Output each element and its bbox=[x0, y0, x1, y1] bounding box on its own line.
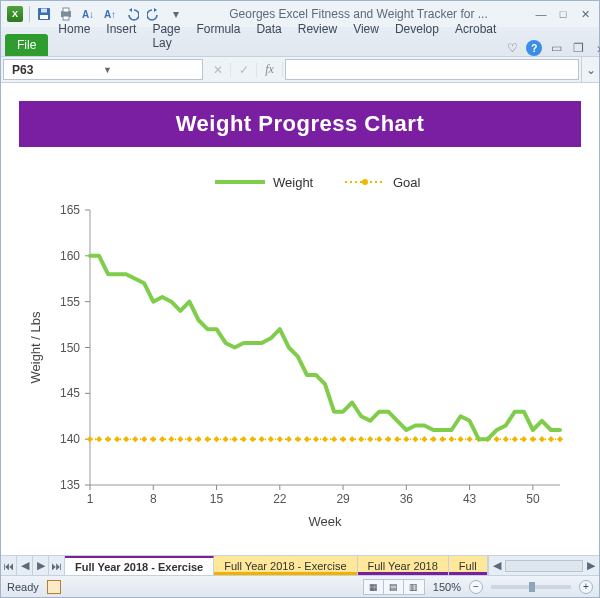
x-tick-label: 50 bbox=[526, 492, 540, 506]
tab-formula[interactable]: Formula bbox=[188, 16, 248, 56]
zoom-out-icon[interactable]: − bbox=[469, 580, 483, 594]
goal-marker bbox=[259, 436, 265, 442]
goal-marker bbox=[295, 436, 301, 442]
goal-marker bbox=[222, 436, 228, 442]
goal-marker bbox=[250, 436, 256, 442]
name-box-value: P63 bbox=[12, 63, 103, 77]
view-page-layout-icon[interactable]: ▤ bbox=[384, 580, 404, 594]
goal-marker bbox=[358, 436, 364, 442]
zoom-level[interactable]: 150% bbox=[433, 581, 461, 593]
maximize-icon[interactable]: □ bbox=[555, 6, 571, 22]
tab-data[interactable]: Data bbox=[248, 16, 289, 56]
weight-line bbox=[90, 256, 560, 439]
tab-nav-prev-icon[interactable]: ◀ bbox=[17, 556, 33, 575]
goal-marker bbox=[331, 436, 337, 442]
goal-marker bbox=[494, 436, 500, 442]
formula-bar-expand-icon[interactable]: ⌄ bbox=[581, 57, 599, 82]
goal-marker bbox=[557, 436, 563, 442]
tab-home[interactable]: Home bbox=[50, 16, 98, 56]
minimize-icon[interactable]: — bbox=[533, 6, 549, 22]
goal-marker bbox=[521, 436, 527, 442]
macro-record-icon[interactable] bbox=[47, 580, 61, 594]
svg-rect-1 bbox=[40, 15, 48, 19]
sheet-tab-2[interactable]: Full Year 2018 bbox=[358, 556, 449, 575]
goal-marker bbox=[87, 436, 93, 442]
chart-title: Weight Progress Chart bbox=[19, 101, 581, 147]
y-axis-title: Weight / Lbs bbox=[28, 311, 43, 384]
tab-nav-first-icon[interactable]: ⏮ bbox=[1, 556, 17, 575]
ribbon-customize-icon[interactable]: ♡ bbox=[504, 40, 520, 56]
view-page-break-icon[interactable]: ▥ bbox=[404, 580, 424, 594]
goal-marker bbox=[268, 436, 274, 442]
tab-acrobat[interactable]: Acrobat bbox=[447, 16, 504, 56]
ribbon-minimize-icon[interactable]: ▭ bbox=[548, 40, 564, 56]
goal-marker bbox=[177, 436, 183, 442]
help-icon[interactable]: ? bbox=[526, 40, 542, 56]
insert-function-icon[interactable]: fx bbox=[257, 62, 283, 77]
goal-marker bbox=[376, 436, 382, 442]
ribbon-close-icon[interactable]: ⨉ bbox=[592, 40, 600, 56]
view-normal-icon[interactable]: ▦ bbox=[364, 580, 384, 594]
chart-svg: WeightGoal135140145150155160165181522293… bbox=[20, 160, 580, 540]
sheet-tab-1[interactable]: Full Year 2018 - Exercise bbox=[214, 556, 357, 575]
goal-marker bbox=[322, 436, 328, 442]
file-tab[interactable]: File bbox=[5, 34, 48, 56]
tab-nav-last-icon[interactable]: ⏭ bbox=[49, 556, 65, 575]
goal-marker bbox=[150, 436, 156, 442]
svg-rect-2 bbox=[41, 9, 47, 13]
y-tick-label: 160 bbox=[60, 249, 80, 263]
sheet-tab-3[interactable]: Full bbox=[449, 556, 488, 575]
tab-view[interactable]: View bbox=[345, 16, 387, 56]
goal-marker bbox=[539, 436, 545, 442]
hscroll-track[interactable] bbox=[505, 560, 583, 572]
goal-marker bbox=[195, 436, 201, 442]
enter-formula-icon[interactable]: ✓ bbox=[231, 63, 257, 77]
svg-rect-4 bbox=[63, 8, 69, 12]
goal-marker bbox=[141, 436, 147, 442]
goal-marker bbox=[159, 436, 165, 442]
goal-marker bbox=[421, 436, 427, 442]
app-icon bbox=[7, 6, 23, 22]
goal-marker bbox=[186, 436, 192, 442]
x-tick-label: 22 bbox=[273, 492, 287, 506]
goal-marker bbox=[467, 436, 473, 442]
goal-marker bbox=[241, 436, 247, 442]
goal-marker bbox=[132, 436, 138, 442]
x-tick-label: 1 bbox=[87, 492, 94, 506]
goal-marker bbox=[403, 436, 409, 442]
chart-area: WeightGoal135140145150155160165181522293… bbox=[19, 159, 581, 541]
goal-marker bbox=[430, 436, 436, 442]
sheet-tab-0[interactable]: Full Year 2018 - Exercise bbox=[65, 556, 214, 575]
x-tick-label: 8 bbox=[150, 492, 157, 506]
tab-nav-next-icon[interactable]: ▶ bbox=[33, 556, 49, 575]
name-box-dropdown-icon[interactable]: ▼ bbox=[103, 65, 194, 75]
goal-marker bbox=[530, 436, 536, 442]
y-tick-label: 150 bbox=[60, 341, 80, 355]
zoom-in-icon[interactable]: + bbox=[579, 580, 593, 594]
y-tick-label: 155 bbox=[60, 295, 80, 309]
formula-bar[interactable] bbox=[285, 59, 579, 80]
close-icon[interactable]: ✕ bbox=[577, 6, 593, 22]
goal-marker bbox=[213, 436, 219, 442]
name-box[interactable]: P63 ▼ bbox=[3, 59, 203, 80]
zoom-slider[interactable] bbox=[491, 585, 571, 589]
x-tick-label: 43 bbox=[463, 492, 477, 506]
tab-page-lay[interactable]: Page Lay bbox=[144, 16, 188, 56]
cancel-formula-icon[interactable]: ✕ bbox=[205, 63, 231, 77]
hscroll-left-icon[interactable]: ◀ bbox=[489, 559, 505, 572]
tab-review[interactable]: Review bbox=[290, 16, 345, 56]
tab-insert[interactable]: Insert bbox=[98, 16, 144, 56]
y-tick-label: 135 bbox=[60, 478, 80, 492]
goal-marker bbox=[168, 436, 174, 442]
legend-weight-label: Weight bbox=[273, 175, 314, 190]
goal-marker bbox=[277, 436, 283, 442]
goal-marker bbox=[232, 436, 238, 442]
goal-marker bbox=[340, 436, 346, 442]
ribbon-restore-icon[interactable]: ❐ bbox=[570, 40, 586, 56]
x-axis-title: Week bbox=[309, 514, 342, 529]
x-tick-label: 15 bbox=[210, 492, 224, 506]
goal-marker bbox=[448, 436, 454, 442]
hscroll-right-icon[interactable]: ▶ bbox=[583, 559, 599, 572]
y-tick-label: 145 bbox=[60, 386, 80, 400]
tab-develop[interactable]: Develop bbox=[387, 16, 447, 56]
